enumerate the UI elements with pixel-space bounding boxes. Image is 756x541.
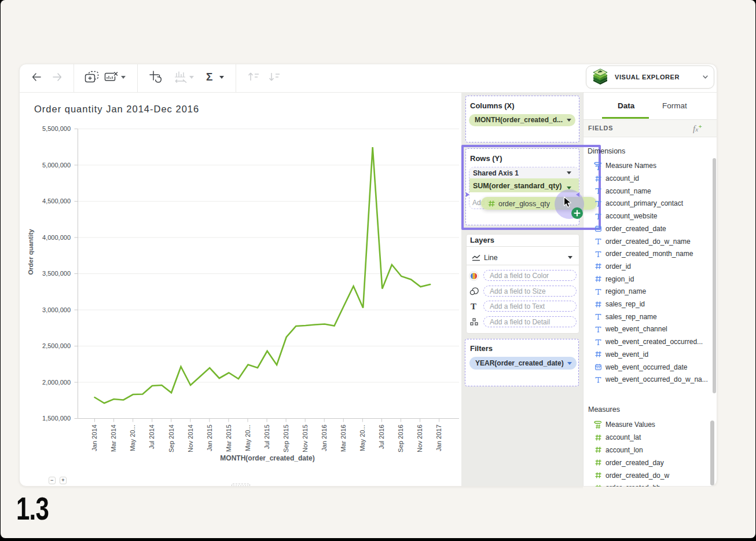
svg-text:Jul 2015: Jul 2015 — [263, 425, 270, 449]
svg-text:Jan 2015: Jan 2015 — [206, 425, 213, 451]
svg-text:Order quantity Jan 2014-Dec 20: Order quantity Jan 2014-Dec 2016 — [34, 103, 199, 114]
svg-text:4,000,000: 4,000,000 — [42, 233, 71, 240]
svg-text:3,000,000: 3,000,000 — [42, 306, 71, 313]
svg-text:Nov 2016: Nov 2016 — [416, 425, 423, 452]
svg-text:5,000,000: 5,000,000 — [42, 161, 71, 168]
svg-text:1,500,000: 1,500,000 — [42, 415, 71, 422]
svg-text:3,500,000: 3,500,000 — [42, 270, 71, 277]
svg-text:Jan 2016: Jan 2016 — [321, 425, 328, 451]
svg-text:Jul 2016: Jul 2016 — [378, 425, 385, 449]
svg-text:Sep 2016: Sep 2016 — [397, 425, 404, 452]
svg-text:Order quantity: Order quantity — [27, 228, 34, 275]
svg-text:May 20...: May 20... — [244, 425, 251, 451]
svg-text:Mar 2015: Mar 2015 — [225, 425, 232, 452]
svg-text:Jan 2017: Jan 2017 — [435, 425, 442, 451]
svg-text:Nov 2014: Nov 2014 — [187, 425, 194, 452]
svg-text:Mar 2016: Mar 2016 — [340, 425, 347, 452]
svg-text:Jul 2014: Jul 2014 — [148, 425, 155, 449]
svg-text:MONTH(order_created_date): MONTH(order_created_date) — [220, 454, 314, 462]
svg-text:Jan 2014: Jan 2014 — [91, 425, 98, 451]
svg-text:May 20...: May 20... — [129, 425, 136, 451]
svg-text:Sep 2014: Sep 2014 — [168, 425, 175, 452]
svg-text:4,500,000: 4,500,000 — [42, 198, 71, 204]
svg-text:5,500,000: 5,500,000 — [42, 125, 71, 132]
svg-text:May 20...: May 20... — [359, 425, 366, 451]
svg-text:Nov 2015: Nov 2015 — [302, 425, 309, 452]
svg-text:Sep 2015: Sep 2015 — [282, 425, 289, 452]
svg-text:Mar 2014: Mar 2014 — [110, 425, 117, 452]
svg-text:2,000,000: 2,000,000 — [42, 378, 71, 385]
svg-text:2,500,000: 2,500,000 — [42, 342, 71, 349]
